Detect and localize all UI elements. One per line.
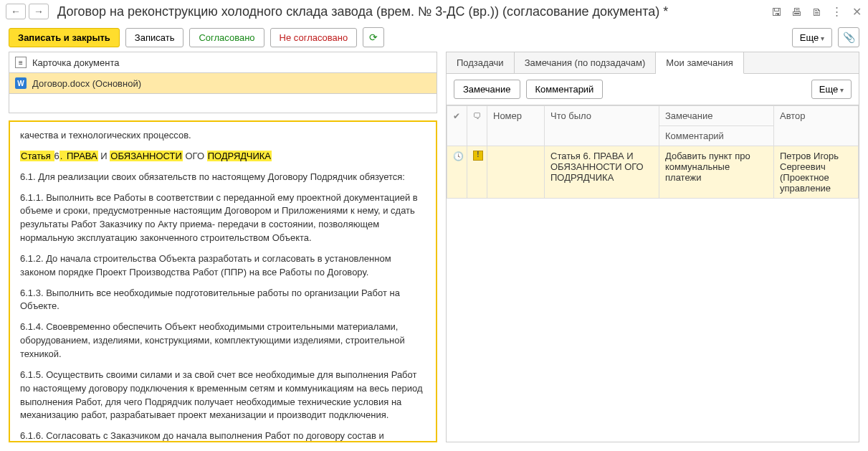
cell-remark: Добавить пункт про коммунальные платежи — [659, 146, 774, 199]
print-icon[interactable]: 🖶 — [791, 6, 802, 17]
kebab-icon[interactable]: ⋮ — [831, 6, 842, 17]
tab-remarks-subtasks[interactable]: Замечания (по подзадачам) — [515, 52, 657, 73]
document-card-label: Карточка документа — [32, 57, 119, 68]
remarks-table: ✔ 🗨 Номер Что было Замечание Автор Комме… — [447, 105, 859, 199]
col-author: Автор — [774, 106, 859, 146]
doc-paragraph: 6.1.4. Своевременно обеспечить Объект не… — [20, 321, 426, 361]
document-card-icon: ≡ — [15, 57, 27, 68]
attached-file-label: Договор.docx (Основной) — [32, 78, 141, 89]
check-icon: ✔ — [453, 111, 460, 121]
right-more-button[interactable]: Еще — [811, 80, 852, 99]
doc-paragraph: 6.1.3. Выполнить все необходимые подгото… — [20, 287, 426, 314]
not-approved-button[interactable]: Не согласовано — [270, 28, 358, 47]
warning-icon — [473, 151, 483, 161]
doc-paragraph: 6.1.2. До начала строительства Объекта р… — [20, 252, 426, 280]
doc-paragraph: качества и технологических процессов. — [20, 129, 426, 143]
col-remark: Замечание — [659, 106, 774, 126]
word-file-icon: W — [15, 77, 27, 89]
save-icon[interactable]: 🖫 — [771, 6, 782, 17]
col-was: Что было — [545, 106, 659, 146]
document-preview[interactable]: качества и технологических процессов. Ст… — [10, 122, 436, 441]
attachment-icon[interactable]: 📎 — [838, 27, 859, 47]
attached-file-row[interactable]: W Договор.docx (Основной) — [9, 72, 437, 93]
doc-paragraph: 6.1.6. Согласовать с Заказчиком до начал… — [20, 429, 426, 441]
clock-icon: 🕓 — [453, 151, 464, 161]
approved-button[interactable]: Согласовано — [189, 28, 264, 47]
nav-forward-button[interactable]: → — [29, 4, 49, 19]
doc-heading: Статья 6. ПРАВА И ОБЯЗАННОСТИ ОГО ПОДРЯД… — [20, 150, 426, 163]
tab-my-remarks[interactable]: Мои замечания — [656, 52, 744, 74]
preview-icon[interactable]: 🗎 — [811, 6, 822, 17]
save-button[interactable]: Записать — [125, 28, 184, 47]
cell-flag — [467, 146, 487, 199]
col-comment: Комментарий — [659, 126, 774, 146]
comment-button[interactable]: Комментарий — [526, 80, 604, 99]
cell-author: Петров Игорь Сергеевич (Проектное управл… — [774, 146, 859, 199]
note-icon: 🗨 — [473, 111, 482, 121]
tab-subtasks[interactable]: Подзадачи — [447, 52, 515, 73]
close-icon[interactable]: ✕ — [851, 6, 862, 17]
more-button[interactable]: Еще — [792, 28, 832, 47]
empty-row — [9, 93, 437, 113]
refresh-button[interactable]: ⟳ — [363, 27, 384, 47]
remark-button[interactable]: Замечание — [454, 80, 520, 99]
cell-status: 🕓 — [447, 146, 467, 199]
doc-paragraph: 6.1. Для реализации своих обязательств п… — [20, 171, 426, 184]
col-flag-icon: 🗨 — [467, 106, 487, 146]
cell-was: Статья 6. ПРАВА И ОБЯЗАННОСТИ ОГО ПОДРЯД… — [545, 146, 659, 199]
col-status-icon: ✔ — [447, 106, 467, 146]
window-title: Договор на реконструкцию холодного склад… — [57, 4, 765, 19]
document-card-row[interactable]: ≡ Карточка документа — [9, 52, 437, 72]
save-close-button[interactable]: Записать и закрыть — [9, 28, 120, 47]
cell-number — [487, 146, 545, 199]
doc-paragraph: 6.1.1. Выполнить все Работы в соответств… — [20, 191, 426, 245]
nav-back-button[interactable]: ← — [6, 4, 26, 19]
table-row[interactable]: 🕓 Статья 6. ПРАВА И ОБЯЗАННОСТИ ОГО ПОДР… — [447, 146, 859, 199]
col-number: Номер — [487, 106, 545, 146]
doc-paragraph: 6.1.5. Осуществить своими силами и за св… — [20, 369, 426, 422]
